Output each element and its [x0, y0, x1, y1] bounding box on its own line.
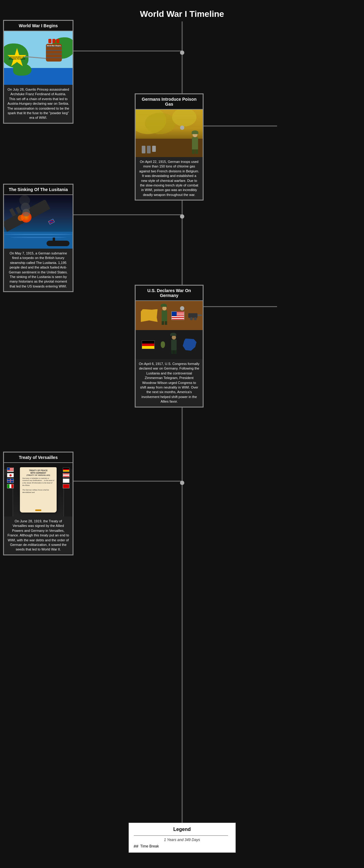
bomb-3 [56, 39, 59, 43]
us-soldier-wrap [162, 306, 167, 325]
card-wwi-begins-header: World War I Begins [4, 21, 72, 31]
card-lusitania: The Sinking Of The Lusitania [3, 184, 73, 292]
card-lusitania-header: The Sinking Of The Lusitania [4, 185, 72, 195]
us-leg-1 [162, 321, 164, 325]
card-versailles-text: On June 28, 1919, the Treaty of Versaill… [4, 517, 72, 555]
ger-soldier-body [171, 340, 177, 350]
scroll-seal [35, 509, 41, 511]
gun-wheel-2 [194, 317, 197, 320]
card-poison-gas: Germans Introduce Poison Gas [135, 93, 204, 200]
gas-cloud-3 [172, 110, 196, 126]
card-poison-gas-header: Germans Introduce Poison Gas [135, 94, 203, 110]
us-flag [172, 311, 184, 320]
legend-break-label: Time Break [140, 844, 159, 848]
us-top-panel [135, 301, 203, 330]
card-us-declares-image [135, 301, 203, 359]
connector-3 [73, 214, 182, 215]
mini-uk-flag [7, 478, 14, 483]
soldier-helmet [192, 130, 199, 134]
connector-5 [73, 481, 182, 482]
germany-bottom-panel [135, 330, 203, 359]
mini-canton [7, 468, 10, 470]
soldier-body [192, 137, 198, 149]
timeline-dot-2 [180, 126, 184, 130]
assassination-badge: Assassination of Archduke Ferdinand [7, 48, 27, 68]
mini-italy-flag [7, 484, 14, 488]
scroll-title-2: WITH GERMANY [22, 472, 54, 474]
soldier-container [192, 132, 198, 154]
legend-line-row [134, 835, 231, 836]
grenade [161, 341, 165, 348]
card-wwi-begins-image: Assassination of Archduke Ferdinand W [4, 31, 72, 85]
lusitania-scene [4, 195, 72, 249]
soldier-legs [192, 149, 198, 154]
wwi-begins-scene: Assassination of Archduke Ferdinand W [4, 31, 72, 85]
card-us-declares-header: U.S. Declares War On Germany [135, 286, 203, 301]
funnel-1 [9, 208, 16, 217]
ger-leg-2 [174, 350, 177, 354]
card-lusitania-image [4, 195, 72, 249]
gun-barrel [198, 314, 202, 316]
card-wwi-begins-text: On July 28, Gavrilo Princep assassinated… [4, 85, 72, 123]
card-us-declares-text: On April 6, 1917, U.S. Congress formally… [135, 359, 203, 407]
card-versailles-header: Treaty of Versailles [4, 453, 72, 463]
wave-2 [10, 237, 66, 238]
card-poison-gas-text: On April 22, 1915, German troops used mo… [135, 157, 203, 199]
barrel-band-2 [46, 50, 62, 51]
mini-germany-flag [63, 467, 69, 472]
soldier-leg-2 [195, 149, 198, 154]
smoke-3 [19, 195, 30, 206]
us-leg-2 [165, 321, 167, 325]
right-flags [63, 467, 69, 488]
card-wwi-begins: World War I Begins Assassination of Arch… [3, 20, 73, 124]
scroll-title-1: TREATY OF PEACE [22, 469, 54, 471]
timeline-dot-5 [180, 481, 184, 485]
legend-break-row: ## Time Break [134, 844, 231, 849]
left-flags [7, 467, 14, 488]
soldier-leg-1 [192, 149, 195, 154]
wave-1 [4, 234, 72, 235]
card-poison-gas-image [135, 110, 203, 157]
japan-circle [9, 474, 12, 476]
us-declares-scene [135, 301, 203, 359]
timeline-dot-1 [180, 51, 184, 55]
mini-austria-flag [63, 473, 69, 477]
legend-title: Legend [134, 827, 231, 832]
us-soldier-legs [162, 321, 167, 325]
card-versailles-image: TREATY OF PEACE WITH GERMANY (TREATY OF … [4, 463, 72, 517]
british-flag [48, 219, 55, 224]
legend-box: Legend 1 Years and 349 Days ## Time Brea… [128, 823, 236, 853]
star-text: Assassination of Archduke Ferdinand [8, 56, 26, 60]
us-map-shape [141, 309, 158, 322]
gas-cloud-2 [145, 113, 175, 134]
soldier-head [192, 132, 198, 137]
mini-japan-flag [7, 473, 14, 477]
submarine-tower [53, 238, 55, 241]
connector-1 [73, 51, 182, 52]
bomb-2 [52, 39, 55, 43]
canister-2 [147, 146, 151, 153]
mini-flag-extra-1 [63, 478, 69, 483]
versailles-scene: TREATY OF PEACE WITH GERMANY (TREATY OF … [4, 463, 72, 517]
machine-gun [188, 313, 198, 318]
barrel-label: World War I Begins [46, 45, 62, 46]
barrel-band-4 [46, 57, 62, 58]
flag-canton [172, 312, 177, 316]
us-soldier-head [162, 306, 166, 310]
legend-line-visual [134, 835, 228, 836]
mini-flag-extra-2 [63, 484, 69, 488]
mini-us-flag [7, 467, 14, 472]
submarine-hull [47, 241, 69, 246]
barrel-band-3 [46, 54, 62, 55]
bombs-top [46, 39, 62, 43]
gun-wheel [190, 317, 193, 320]
germany-soldier-wrap [171, 335, 177, 354]
scroll-document: TREATY OF PEACE WITH GERMANY (TREATY OF … [20, 467, 57, 513]
scroll-title-3: (TREATY OF VERSAILLES) [22, 474, 54, 476]
canisters [142, 146, 156, 153]
timeline-dot-3 [180, 214, 184, 219]
germany-map-shape [183, 339, 196, 351]
canister-1 [142, 146, 145, 153]
legend-line-label: 1 Years and 349 Days [134, 838, 231, 842]
us-soldier-helmet [161, 304, 167, 307]
